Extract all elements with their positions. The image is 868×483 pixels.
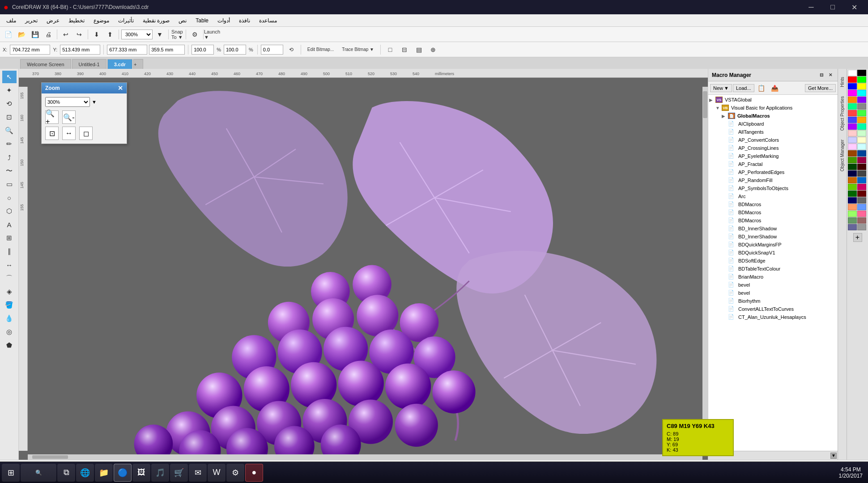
swatch-11[interactable] [857,103,866,110]
import-btn[interactable]: ⬇ [90,28,103,41]
tree-item-21[interactable]: 📄 bevel [709,281,837,289]
options-btn[interactable]: ⚙ [188,28,201,41]
tree-item-20[interactable]: 📄 BrianMacro [709,273,837,281]
toolbar-extra1[interactable]: □ [384,43,396,56]
save-btn[interactable]: 💾 [29,28,41,41]
start-button[interactable]: ⊞ [2,464,20,482]
tool-node[interactable]: ✦ [2,84,17,97]
swatch-37[interactable] [857,191,866,197]
macro-icon1[interactable]: 📋 [755,82,768,94]
macro-icon2[interactable]: 📤 [769,82,781,94]
menu-file[interactable]: ملف [2,16,21,25]
taskbar-music[interactable]: 🎵 [151,464,169,482]
vtab-hints[interactable]: Hints [838,72,846,92]
swatch-3[interactable] [857,76,866,83]
open-btn[interactable]: 📂 [15,28,28,41]
menu-help[interactable]: مساعدة [255,16,281,25]
swatch-1[interactable] [857,70,866,76]
tree-item-4[interactable]: 📄 AP_CrossingLines [709,144,837,152]
angle-input[interactable] [261,45,283,55]
swatch-7[interactable] [857,90,866,96]
tool-zoom[interactable]: 🔍 [2,124,17,137]
tool-artisitic[interactable]: 〜 [2,165,17,177]
swatch-9[interactable] [857,97,866,103]
tool-rect[interactable]: ▭ [2,178,17,191]
menu-text[interactable]: نص [174,16,191,25]
tree-vstaglobal[interactable]: ▶ VS VSTAGlobal [709,96,837,104]
taskbar-mail[interactable]: ✉ [189,464,207,482]
swatch-29[interactable] [857,164,866,170]
new-btn[interactable]: 📄 [2,28,14,41]
menu-tools[interactable]: أدوات [213,16,234,25]
menu-layout[interactable]: تخطيط [64,16,89,25]
print-btn[interactable]: 🖨 [42,28,55,41]
get-more-btn[interactable]: Get More... [805,84,836,92]
tool-freehand[interactable]: ✏ [2,138,17,150]
macro-scroll-down[interactable]: ▼ [830,453,837,459]
tree-item-25[interactable]: 📄 CT_Alan_Uzunluk_Hesaplaycs [709,313,837,321]
swatch-2[interactable] [848,76,857,83]
tree-item-18[interactable]: 📄 BDSoftEdge [709,257,837,265]
export-btn[interactable]: ⬆ [104,28,116,41]
zoom-fit-width-btn[interactable]: ↔ [62,127,76,140]
tree-item-8[interactable]: 📄 AP_RandomFill [709,176,837,184]
tool-transform[interactable]: ⟲ [2,97,17,110]
swatch-16[interactable] [848,123,857,130]
taskbar-store[interactable]: 🛒 [170,464,188,482]
swatch-40[interactable] [848,204,857,210]
swatch-0[interactable] [848,70,857,76]
swatch-44[interactable] [848,217,857,224]
tab-3cdr[interactable]: 3.cdr [107,59,132,69]
swatch-5[interactable] [857,83,866,89]
swatch-47[interactable] [857,224,866,230]
taskbar-explorer[interactable]: 📁 [95,464,113,482]
swatch-18[interactable] [848,130,857,136]
taskbar-corel[interactable]: ● [245,464,263,482]
swatch-27[interactable] [857,157,866,163]
swatch-14[interactable] [848,117,857,123]
swatch-26[interactable] [848,157,857,163]
zoom-level-select[interactable]: 300%200%100% [45,97,90,107]
swatch-19[interactable] [857,130,866,136]
toolbar-extra2[interactable]: ⊟ [398,43,411,56]
tree-item-13[interactable]: 📄 BDMacros [709,216,837,225]
zoom-fit-selected-btn[interactable]: ◻ [79,127,93,140]
add-color-btn[interactable]: + [853,233,862,242]
tree-item-1[interactable]: 📄 AIClipboard [709,120,837,128]
tree-item-17[interactable]: 📄 BDQuickSnapV1 [709,249,837,257]
tree-vba[interactable]: ▼ VB Visual Basic for Applications [709,104,837,112]
swatch-28[interactable] [848,164,857,170]
swatch-20[interactable] [848,137,857,143]
canvas-viewport[interactable]: 155 160 145 150 145 155 [19,78,708,460]
zoom-select[interactable]: 300%200%100% [121,30,153,39]
close-button[interactable]: ✕ [844,0,864,14]
y-input[interactable] [60,45,100,55]
swatch-33[interactable] [857,177,866,183]
swatch-42[interactable] [848,211,857,217]
search-button[interactable]: 🔍 [21,464,56,482]
swatch-4[interactable] [848,83,857,89]
menu-edit[interactable]: تحرير [21,16,42,25]
zoom-out-btn[interactable]: 🔍- [62,110,76,124]
tab-add[interactable]: + [133,59,143,69]
tree-item-7[interactable]: 📄 AP_PerforatedEdges [709,168,837,176]
vtab-object-manager[interactable]: Object Manager [838,135,846,176]
tree-item-6[interactable]: 📄 AP_Fractal [709,160,837,168]
tree-item-14[interactable]: 📄 BD_InnerShadow [709,225,837,233]
canvas-scrollbar-vertical[interactable] [702,87,708,454]
swatch-35[interactable] [857,184,866,190]
menu-object[interactable]: موضوع [89,16,114,25]
tree-item-23[interactable]: 📄 Biorhythm [709,297,837,305]
macro-panel-dock[interactable]: ⊟ [818,72,825,79]
tool-text[interactable]: A [2,218,17,231]
canvas-scrollbar-horizontal[interactable] [28,454,702,460]
tool-table[interactable]: ⊞ [2,232,17,244]
swatch-21[interactable] [857,137,866,143]
tool-select[interactable]: ↖ [2,71,17,83]
macro-panel-close[interactable]: ✕ [827,72,834,79]
swatch-6[interactable] [848,90,857,96]
h-input[interactable] [149,45,185,55]
swatch-10[interactable] [848,103,857,110]
zoom-fit-page-btn[interactable]: ⊡ [45,127,59,140]
taskbar-ie[interactable]: 🌐 [76,464,94,482]
